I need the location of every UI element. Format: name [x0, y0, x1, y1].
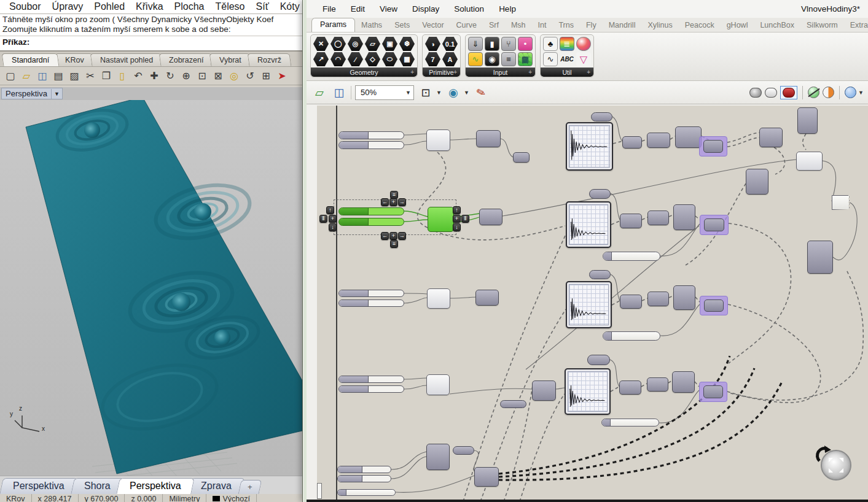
open-file-icon[interactable]: ▱	[18, 69, 34, 83]
gh-tab-peacock[interactable]: Peacock	[679, 19, 721, 32]
line-icon[interactable]: ∕	[348, 52, 363, 66]
number-slider[interactable]	[337, 489, 396, 496]
integer-icon[interactable]: 7	[425, 52, 440, 66]
component-node[interactable]	[453, 446, 474, 455]
toolbar-tab-zobrazení[interactable]: Zobrazení	[158, 53, 213, 66]
zoom-selected-icon[interactable]: ◎	[226, 69, 242, 83]
number-slider-icon[interactable]: ⇓	[468, 37, 483, 51]
rhino-viewport[interactable]: Perspektiva ▼ z y x	[0, 87, 305, 476]
component-node[interactable]	[426, 444, 450, 470]
component-node[interactable]	[591, 112, 612, 122]
flask-icon[interactable]: ▽	[576, 52, 591, 66]
number-slider[interactable]	[601, 419, 659, 427]
gh-tab-trns[interactable]: Trns	[552, 19, 580, 32]
component-node[interactable]	[647, 133, 670, 148]
toolbar-tab-nastavit-pohled[interactable]: Nastavit pohled	[90, 53, 163, 66]
menu-křivka[interactable]: Křivka	[130, 1, 168, 13]
gh-tab-mandrill[interactable]: Mandrill	[603, 19, 642, 32]
panel-icon[interactable]: ≡	[501, 52, 516, 66]
slider-grip[interactable]	[338, 476, 362, 482]
palette-group-expand-icon[interactable]: +	[528, 69, 532, 75]
selection-widget-button[interactable]: ↑	[326, 206, 334, 214]
knob-icon[interactable]: ◉	[485, 52, 499, 66]
paste-icon[interactable]: ▯	[114, 69, 130, 83]
component-node[interactable]	[513, 152, 530, 163]
component-node[interactable]	[589, 189, 611, 199]
component-node[interactable]	[759, 128, 783, 147]
slider-bar-icon[interactable]: •	[518, 37, 533, 51]
rectangle-icon[interactable]: ◇	[365, 52, 380, 66]
save-document-icon[interactable]: ◫	[331, 85, 347, 101]
menu-úpravy[interactable]: Úpravy	[47, 1, 89, 13]
gh-tab-srf[interactable]: Srf	[483, 19, 505, 32]
viewport-tab-perspektiva[interactable]: Perspektiva	[117, 478, 195, 494]
mesh-icon[interactable]: ▦	[399, 52, 415, 66]
number-slider-selected[interactable]	[338, 218, 404, 226]
preview-dropdown-icon[interactable]: ▼	[464, 90, 469, 96]
selection-widget-button[interactable]: +	[329, 215, 337, 223]
slider-grip[interactable]	[339, 218, 369, 225]
component-node[interactable]	[807, 241, 833, 274]
component-node[interactable]	[673, 204, 695, 230]
toolbar-tab-standardní[interactable]: Standardní	[2, 53, 60, 66]
viewport-label-dropdown-icon[interactable]: ▼	[51, 89, 62, 99]
component-node[interactable]	[475, 290, 499, 306]
number-slider[interactable]	[338, 299, 404, 307]
component-node[interactable]	[479, 209, 502, 225]
number-slider-selected[interactable]	[338, 207, 404, 215]
slider-grip[interactable]	[339, 300, 369, 306]
viewport-tab-perspektiva[interactable]: Perspektiva	[0, 478, 77, 494]
component-node-selected[interactable]	[428, 207, 454, 232]
circle-icon[interactable]: ◯	[330, 37, 346, 51]
vector-icon[interactable]: ↗	[313, 52, 329, 66]
pan-icon[interactable]: ✚	[146, 69, 162, 83]
cut-icon[interactable]: ✂	[82, 69, 98, 83]
zoom-dynamic-icon[interactable]: ⊕	[178, 69, 194, 83]
number-slider[interactable]	[338, 376, 404, 383]
gradient-list-icon[interactable]: ≣	[560, 37, 574, 51]
fitness-chart-icon[interactable]: ∿	[543, 52, 558, 66]
arc-icon[interactable]: ◠	[330, 52, 346, 66]
gh-tab-curve[interactable]: Curve	[450, 19, 483, 32]
gh-menu-display[interactable]: Display	[405, 3, 447, 15]
text-icon[interactable]: A	[442, 52, 458, 66]
gh-menu-edit[interactable]: Edit	[343, 3, 372, 15]
component-node[interactable]	[796, 152, 823, 171]
mesh-sphere-icon[interactable]: ❆	[399, 37, 415, 51]
viewport-layout-icon[interactable]: ⊞	[258, 69, 274, 83]
number-icon[interactable]: 0.1	[442, 37, 458, 51]
component-node[interactable]	[647, 292, 669, 306]
display-mode-dropdown-icon[interactable]: ▼	[858, 90, 864, 96]
gh-tab-silkworm[interactable]: Silkworm	[800, 19, 844, 32]
component-node[interactable]	[672, 371, 695, 393]
gh-tab-maths[interactable]: Maths	[355, 19, 388, 32]
graph-mapper-node[interactable]	[566, 281, 612, 328]
component-node[interactable]	[673, 285, 695, 310]
component-node[interactable]	[589, 270, 611, 279]
selection-widget-button[interactable]: →	[398, 232, 406, 240]
graph-mapper-node[interactable]	[565, 368, 611, 415]
slider-grip[interactable]	[338, 466, 362, 473]
component-node[interactable]	[474, 467, 499, 487]
number-slider[interactable]	[338, 290, 404, 297]
component-node[interactable]	[797, 107, 818, 134]
geometry-icon[interactable]: ✕	[313, 37, 329, 51]
gh-tab-fly[interactable]: Fly	[580, 19, 603, 32]
component-node[interactable]	[620, 295, 642, 309]
gh-tab-msh[interactable]: Msh	[505, 19, 532, 32]
viewport-label[interactable]: Perspektiva ▼	[1, 88, 63, 99]
toolbar-tab-vybrat[interactable]: Vybrat	[209, 53, 252, 66]
plane-icon[interactable]: ▱	[365, 37, 380, 51]
selection-widget-button[interactable]: →	[398, 198, 406, 206]
selection-widget-button[interactable]: +	[389, 232, 397, 240]
zoom-extents-icon[interactable]: ⊠	[210, 69, 226, 83]
number-slider[interactable]	[337, 475, 391, 482]
text-tag-icon[interactable]: ABC	[560, 52, 574, 66]
boolean-toggle-icon[interactable]: ▮	[485, 37, 499, 51]
number-slider[interactable]	[603, 252, 660, 261]
status-cell-0[interactable]: KRov	[0, 494, 32, 502]
md-slider-icon[interactable]: ⑂	[501, 37, 516, 51]
component-node-grouped[interactable]	[699, 382, 727, 402]
selection-widget-button[interactable]: +	[453, 215, 461, 223]
slider-grip[interactable]	[602, 419, 611, 426]
